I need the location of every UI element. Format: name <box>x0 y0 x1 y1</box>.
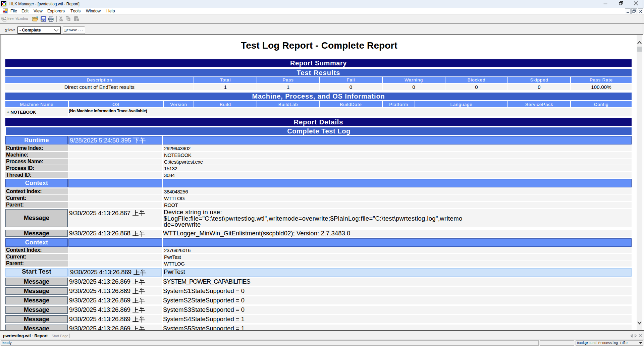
svg-text:F: F <box>68 18 70 21</box>
